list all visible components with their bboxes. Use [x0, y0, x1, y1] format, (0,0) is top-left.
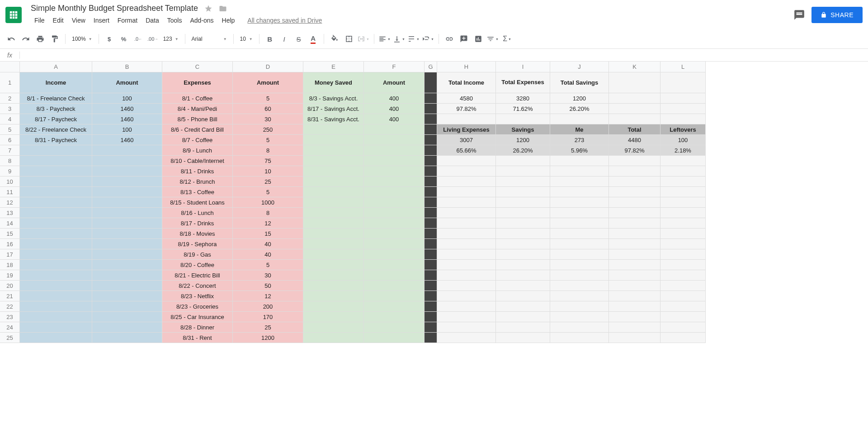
cell-me-pct[interactable]: 5.96%: [550, 145, 609, 156]
cell-income-amount[interactable]: [92, 208, 162, 218]
cell-expense-desc[interactable]: 8/11 - Drinks: [162, 166, 233, 176]
header-saved-amount[interactable]: Amount: [364, 72, 425, 93]
cell-saved-amount[interactable]: [364, 135, 425, 145]
percent-icon[interactable]: %: [117, 32, 131, 46]
cell-expense-amount[interactable]: 5: [233, 187, 303, 197]
cell-saved-desc[interactable]: [303, 291, 364, 301]
cell[interactable]: [660, 312, 706, 322]
cell-saved-desc[interactable]: [303, 208, 364, 218]
menu-edit[interactable]: Edit: [49, 15, 67, 26]
select-all-corner[interactable]: [0, 62, 20, 72]
halign-icon[interactable]: ▼: [378, 32, 392, 46]
row-header-5[interactable]: 5: [0, 124, 20, 135]
cell-income-desc[interactable]: [20, 176, 92, 187]
folder-icon[interactable]: [219, 5, 227, 13]
cell-income-amount[interactable]: 100: [92, 93, 162, 104]
cell-expense-amount[interactable]: 40: [233, 249, 303, 260]
cell-me[interactable]: 273: [550, 135, 609, 145]
cell[interactable]: [609, 229, 660, 239]
row-header-21[interactable]: 21: [0, 291, 20, 301]
cell-saved-desc[interactable]: 8/31 - Savings Acct.: [303, 114, 364, 124]
cell-expense-desc[interactable]: 8/18 - Movies: [162, 229, 233, 239]
cell[interactable]: [609, 281, 660, 291]
cell[interactable]: [496, 197, 550, 208]
cell-saved-amount[interactable]: [364, 187, 425, 197]
row-header-25[interactable]: 25: [0, 333, 20, 343]
cell-saved-desc[interactable]: [303, 229, 364, 239]
cell[interactable]: [660, 197, 706, 208]
cell-expense-desc[interactable]: 8/17 - Drinks: [162, 218, 233, 229]
cell[interactable]: [496, 260, 550, 270]
cell-expense-desc[interactable]: 8/25 - Car Insurance: [162, 312, 233, 322]
cell-expense-desc[interactable]: 8/21 - Electric Bill: [162, 270, 233, 281]
comment-add-icon[interactable]: [457, 32, 471, 46]
cell-expense-amount[interactable]: 5: [233, 135, 303, 145]
cell-saved-amount[interactable]: [364, 156, 425, 166]
cell-expense-amount[interactable]: 30: [233, 270, 303, 281]
rotate-icon[interactable]: ▼: [421, 32, 435, 46]
column-header-L[interactable]: L: [660, 62, 706, 72]
cell-income-amount[interactable]: [92, 156, 162, 166]
cell-expense-desc[interactable]: 8/12 - Brunch: [162, 176, 233, 187]
row-header-10[interactable]: 10: [0, 176, 20, 187]
cell[interactable]: [609, 239, 660, 249]
cell[interactable]: [496, 218, 550, 229]
cell-expense-desc[interactable]: 8/15 - Student Loans: [162, 197, 233, 208]
cell-expense-amount[interactable]: 250: [233, 124, 303, 135]
cell-income-amount[interactable]: 100: [92, 124, 162, 135]
menu-tools[interactable]: Tools: [164, 15, 186, 26]
cell[interactable]: [550, 229, 609, 239]
cell-income-amount[interactable]: [92, 187, 162, 197]
cell-income-desc[interactable]: [20, 260, 92, 270]
header-leftovers[interactable]: Leftovers: [660, 124, 706, 135]
cell-saved-amount[interactable]: [364, 145, 425, 156]
cell-living-pct[interactable]: 65.66%: [437, 145, 496, 156]
cell[interactable]: [660, 218, 706, 229]
cell[interactable]: [660, 72, 706, 93]
header-expenses[interactable]: Expenses: [162, 72, 233, 93]
cell[interactable]: [550, 218, 609, 229]
cell-saved-desc[interactable]: [303, 270, 364, 281]
cell[interactable]: [437, 239, 496, 249]
cell-total-savings[interactable]: 1200: [550, 93, 609, 104]
cell[interactable]: [550, 249, 609, 260]
cell-income-desc[interactable]: [20, 301, 92, 312]
cell[interactable]: [609, 270, 660, 281]
cell[interactable]: [550, 312, 609, 322]
cell-expense-desc[interactable]: 8/13 - Coffee: [162, 187, 233, 197]
cell-saved-desc[interactable]: [303, 187, 364, 197]
cell[interactable]: [496, 187, 550, 197]
header-total-savings[interactable]: Total Savings: [550, 72, 609, 93]
cell-saved-desc[interactable]: [303, 333, 364, 343]
cell[interactable]: [437, 281, 496, 291]
cell-income-desc[interactable]: [20, 156, 92, 166]
cell-expense-desc[interactable]: 8/28 - Dinner: [162, 322, 233, 333]
cell-saved-desc[interactable]: [303, 239, 364, 249]
cell-income-amount[interactable]: [92, 260, 162, 270]
cell[interactable]: [437, 166, 496, 176]
spreadsheet-grid[interactable]: ABCDEFGHIJKL1IncomeAmountExpensesAmountM…: [0, 62, 868, 343]
more-formats[interactable]: 123▼: [160, 34, 181, 44]
cell-saved-desc[interactable]: [303, 197, 364, 208]
cell-expense-desc[interactable]: 8/19 - Gas: [162, 249, 233, 260]
cell[interactable]: [660, 229, 706, 239]
cell-saved-amount[interactable]: [364, 229, 425, 239]
wrap-icon[interactable]: ▼: [407, 32, 420, 46]
cell[interactable]: [660, 156, 706, 166]
header-income-amount[interactable]: Amount: [92, 72, 162, 93]
cell-saved-amount[interactable]: 400: [364, 93, 425, 104]
cell-saved-amount[interactable]: [364, 249, 425, 260]
cell-income-desc[interactable]: 8/3 - Paycheck: [20, 104, 92, 114]
column-header-E[interactable]: E: [303, 62, 364, 72]
cell[interactable]: [437, 301, 496, 312]
header-expenses-amount[interactable]: Amount: [233, 72, 303, 93]
cell-expense-amount[interactable]: 25: [233, 176, 303, 187]
column-header-C[interactable]: C: [162, 62, 233, 72]
cell[interactable]: [609, 197, 660, 208]
cell-expense-desc[interactable]: 8/1 - Coffee: [162, 93, 233, 104]
cell[interactable]: [437, 312, 496, 322]
column-header-H[interactable]: H: [437, 62, 496, 72]
cell[interactable]: [660, 187, 706, 197]
cell-income-desc[interactable]: 8/1 - Freelance Check: [20, 93, 92, 104]
cell[interactable]: [496, 291, 550, 301]
